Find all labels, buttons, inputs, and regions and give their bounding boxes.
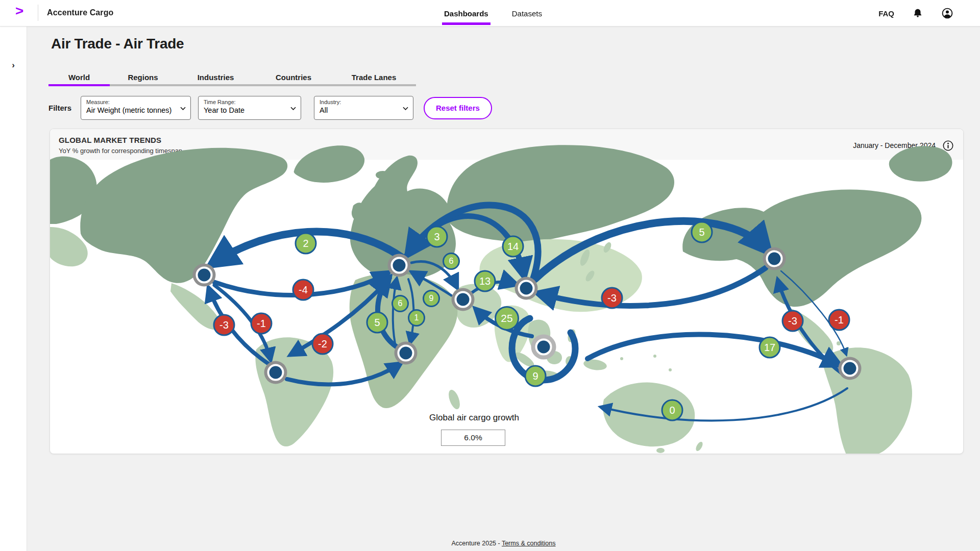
sea-caspian <box>465 271 474 284</box>
growth-badge-19-value-9[interactable]: 9 <box>525 365 547 387</box>
map-node-south-america[interactable] <box>267 364 284 381</box>
growth-badge-15-value--3[interactable]: -3 <box>601 287 623 309</box>
route-southeast-asia-south-america-east <box>587 334 839 365</box>
filter-dropdown-measure[interactable]: Measure:Air Weight (metric tonnes) <box>81 96 191 120</box>
growth-badge-18-value-17[interactable]: 17 <box>759 337 781 359</box>
page-footer: Accenture 2025 - Terms & conditions <box>27 540 980 547</box>
dropdown-label: Industry: <box>320 99 400 105</box>
top-nav: DashboardsDatasets <box>442 0 544 27</box>
chevron-down-icon <box>402 105 409 112</box>
app-title: Accenture Cargo <box>47 8 113 17</box>
map-node-africa[interactable] <box>398 345 414 362</box>
faq-link[interactable]: FAQ <box>878 9 894 18</box>
landmass-new-zealand-1 <box>695 441 704 452</box>
nav-item-dashboards[interactable]: Dashboards <box>442 0 491 27</box>
landmass-new-zealand-2 <box>701 453 712 454</box>
growth-badge-3-value--1[interactable]: -1 <box>251 313 273 335</box>
tabs-active-indicator <box>48 84 110 86</box>
filters-row: Filters Measure:Air Weight (metric tonne… <box>48 96 492 120</box>
growth-badge-8-value-6[interactable]: 6 <box>443 253 460 270</box>
growth-badge-12-value-1[interactable]: 1 <box>408 309 425 327</box>
landmass-pacific-island-3 <box>669 368 672 371</box>
page-title: Air Trade - Air Trade <box>51 36 184 52</box>
dropdown-label: Time Range: <box>204 99 287 105</box>
landmass-africa <box>350 273 458 408</box>
chevron-down-icon <box>179 105 187 112</box>
tab-trade-lanes[interactable]: Trade Lanes <box>332 68 416 86</box>
growth-badge-7-value-14[interactable]: 14 <box>502 236 524 258</box>
landmass-greenland-east <box>889 146 952 182</box>
growth-badge-0-value-2[interactable]: 2 <box>295 233 317 255</box>
map-node-middle-east[interactable] <box>455 291 472 308</box>
growth-badge-17-value--1[interactable]: -1 <box>828 309 850 331</box>
dropdown-selected-value: Air Weight (metric tonnes) <box>86 106 177 114</box>
dropdown-selected-value: All <box>320 106 400 114</box>
landmass-pacific-island-2 <box>653 355 656 358</box>
landmass-greenland <box>294 145 365 183</box>
dropdown-selected-value: Year to Date <box>204 106 287 114</box>
growth-badge-2-value--3[interactable]: -3 <box>213 314 235 336</box>
tab-regions[interactable]: Regions <box>110 68 176 86</box>
growth-badge-14-value-5[interactable]: 5 <box>691 221 713 243</box>
growth-badge-11-value-6[interactable]: 6 <box>391 295 409 312</box>
filters-label: Filters <box>48 104 81 112</box>
landmass-tasmania <box>656 448 665 453</box>
growth-badge-10-value-9[interactable]: 9 <box>423 290 440 307</box>
main-content: Air Trade - Air Trade WorldRegionsIndust… <box>27 27 980 551</box>
global-market-trends-card: GLOBAL MARKET TRENDS YoY % growth for co… <box>50 129 964 454</box>
tab-industries[interactable]: Industries <box>176 68 255 86</box>
accenture-logo-icon[interactable]: > <box>15 4 22 18</box>
terms-link[interactable]: Terms & conditions <box>502 540 556 547</box>
growth-badge-9-value-13[interactable]: 13 <box>474 270 496 292</box>
tab-countries[interactable]: Countries <box>255 68 332 86</box>
landmass-madagascar <box>447 388 462 411</box>
growth-badge-5-value-5[interactable]: 5 <box>366 312 388 334</box>
tab-world[interactable]: World <box>48 68 110 86</box>
map-node-north-america[interactable] <box>196 267 213 284</box>
map-node-europe[interactable] <box>391 257 408 274</box>
top-right-actions: FAQ <box>878 0 953 27</box>
landmass-caribbean-1 <box>837 341 841 345</box>
reset-filters-button[interactable]: Reset filters <box>424 97 492 119</box>
account-icon[interactable] <box>941 7 953 19</box>
landmass-north-america <box>80 148 287 283</box>
bell-icon[interactable] <box>912 7 924 19</box>
filter-dropdown-industry[interactable]: Industry:All <box>314 96 413 120</box>
logo-divider <box>38 5 38 21</box>
dropdown-label: Measure: <box>86 99 177 105</box>
map-node-east-asia[interactable] <box>518 280 535 297</box>
landmass-pacific-island-1 <box>620 357 623 360</box>
map-node-south-america-east[interactable] <box>842 360 859 377</box>
sidebar-expand-icon[interactable]: › <box>12 60 15 70</box>
growth-badge-6-value-3[interactable]: 3 <box>426 226 448 248</box>
chevron-down-icon <box>289 105 297 112</box>
top-header-bar: > Accenture Cargo DashboardsDatasets FAQ <box>0 0 980 27</box>
growth-badge-4-value--2[interactable]: -2 <box>312 333 334 355</box>
kpi-value-box[interactable]: 6.0% <box>441 430 505 446</box>
growth-badge-1-value--4[interactable]: -4 <box>292 279 314 301</box>
world-landmasses <box>50 145 952 454</box>
growth-badge-13-value-25[interactable]: 25 <box>495 306 519 331</box>
map-node-southeast-asia[interactable] <box>535 339 552 356</box>
map-node-north-america-east[interactable] <box>766 251 783 267</box>
nav-item-datasets[interactable]: Datasets <box>510 0 544 27</box>
kpi-value: 6.0% <box>464 433 482 442</box>
footer-text: Accenture 2025 - <box>451 540 501 547</box>
filter-dropdown-timerange[interactable]: Time Range:Year to Date <box>198 96 301 120</box>
report-tabs: WorldRegionsIndustriesCountriesTrade Lan… <box>48 68 416 86</box>
growth-badge-20-value-0[interactable]: 0 <box>662 399 683 421</box>
world-trade-map: Global air cargo growth 6.0% 2-4-3-1-253… <box>50 129 964 454</box>
map-canvas <box>50 129 964 454</box>
collapsed-sidebar: › <box>0 27 27 551</box>
kpi-label: Global air cargo growth <box>429 413 519 423</box>
growth-badge-16-value--3[interactable]: -3 <box>782 310 804 332</box>
